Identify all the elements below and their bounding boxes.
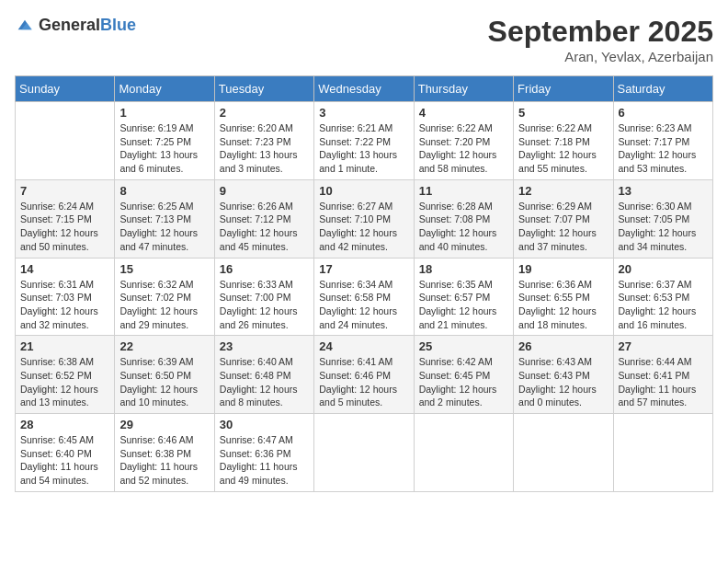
day-number: 24 — [319, 339, 408, 353]
day-number: 23 — [220, 339, 309, 353]
day-number: 7 — [20, 184, 109, 198]
calendar-week-row: 28Sunrise: 6:45 AM Sunset: 6:40 PM Dayli… — [16, 414, 713, 492]
day-number: 9 — [220, 184, 309, 198]
calendar-cell: 20Sunrise: 6:37 AM Sunset: 6:53 PM Dayli… — [613, 258, 712, 336]
location-title: Aran, Yevlax, Azerbaijan — [488, 49, 713, 64]
day-number: 19 — [518, 262, 608, 276]
calendar-header: SundayMondayTuesdayWednesdayThursdayFrid… — [16, 76, 713, 102]
calendar-cell: 12Sunrise: 6:29 AM Sunset: 7:07 PM Dayli… — [514, 179, 613, 258]
title-block: September 2025 Aran, Yevlax, Azerbaijan — [488, 15, 713, 64]
calendar-cell: 21Sunrise: 6:38 AM Sunset: 6:52 PM Dayli… — [16, 336, 115, 414]
cell-content: Sunrise: 6:28 AM Sunset: 7:08 PM Dayligh… — [419, 200, 508, 254]
day-number: 13 — [619, 184, 708, 198]
day-number: 18 — [419, 262, 508, 276]
calendar-cell: 2Sunrise: 6:20 AM Sunset: 7:23 PM Daylig… — [214, 102, 313, 180]
cell-content: Sunrise: 6:40 AM Sunset: 6:48 PM Dayligh… — [220, 355, 309, 409]
day-number: 5 — [518, 106, 608, 120]
day-number: 25 — [419, 339, 508, 353]
day-number: 27 — [619, 339, 708, 353]
calendar-cell: 4Sunrise: 6:22 AM Sunset: 7:20 PM Daylig… — [414, 102, 513, 180]
calendar-cell: 19Sunrise: 6:36 AM Sunset: 6:55 PM Dayli… — [514, 258, 613, 336]
logo-icon — [15, 15, 35, 35]
cell-content: Sunrise: 6:44 AM Sunset: 6:41 PM Dayligh… — [619, 355, 708, 409]
calendar-cell: 23Sunrise: 6:40 AM Sunset: 6:48 PM Dayli… — [214, 336, 313, 414]
day-number: 26 — [518, 339, 608, 353]
cell-content: Sunrise: 6:31 AM Sunset: 7:03 PM Dayligh… — [20, 278, 109, 332]
cell-content: Sunrise: 6:47 AM Sunset: 6:36 PM Dayligh… — [220, 433, 309, 488]
day-number: 2 — [220, 106, 309, 120]
cell-content: Sunrise: 6:37 AM Sunset: 6:53 PM Dayligh… — [619, 278, 708, 332]
month-title: September 2025 — [488, 15, 713, 49]
cell-content: Sunrise: 6:25 AM Sunset: 7:13 PM Dayligh… — [119, 200, 209, 254]
calendar-cell: 1Sunrise: 6:19 AM Sunset: 7:25 PM Daylig… — [115, 102, 214, 180]
cell-content: Sunrise: 6:22 AM Sunset: 7:20 PM Dayligh… — [419, 121, 508, 176]
day-number: 20 — [619, 262, 708, 276]
calendar-cell: 7Sunrise: 6:24 AM Sunset: 7:15 PM Daylig… — [16, 179, 115, 258]
cell-content: Sunrise: 6:43 AM Sunset: 6:43 PM Dayligh… — [518, 355, 608, 409]
cell-content: Sunrise: 6:26 AM Sunset: 7:12 PM Dayligh… — [220, 200, 309, 254]
logo-text: GeneralBlue — [39, 16, 136, 35]
weekday-header: Tuesday — [214, 76, 313, 102]
weekday-header: Monday — [115, 76, 214, 102]
calendar-body: 1Sunrise: 6:19 AM Sunset: 7:25 PM Daylig… — [16, 102, 713, 492]
calendar-cell: 11Sunrise: 6:28 AM Sunset: 7:08 PM Dayli… — [414, 179, 513, 258]
day-number: 17 — [319, 262, 408, 276]
calendar-cell: 29Sunrise: 6:46 AM Sunset: 6:38 PM Dayli… — [115, 414, 214, 492]
weekday-header: Friday — [514, 76, 613, 102]
calendar-cell — [314, 414, 414, 492]
weekday-row: SundayMondayTuesdayWednesdayThursdayFrid… — [16, 76, 713, 102]
cell-content: Sunrise: 6:32 AM Sunset: 7:02 PM Dayligh… — [119, 278, 209, 332]
day-number: 30 — [220, 418, 309, 431]
cell-content: Sunrise: 6:38 AM Sunset: 6:52 PM Dayligh… — [20, 355, 109, 409]
calendar-cell: 13Sunrise: 6:30 AM Sunset: 7:05 PM Dayli… — [613, 179, 712, 258]
calendar-cell: 27Sunrise: 6:44 AM Sunset: 6:41 PM Dayli… — [613, 336, 712, 414]
day-number: 6 — [619, 106, 708, 120]
day-number: 8 — [119, 184, 209, 198]
calendar-cell: 16Sunrise: 6:33 AM Sunset: 7:00 PM Dayli… — [214, 258, 313, 336]
cell-content: Sunrise: 6:39 AM Sunset: 6:50 PM Dayligh… — [119, 355, 209, 409]
calendar-week-row: 21Sunrise: 6:38 AM Sunset: 6:52 PM Dayli… — [16, 336, 713, 414]
cell-content: Sunrise: 6:29 AM Sunset: 7:07 PM Dayligh… — [518, 200, 608, 254]
cell-content: Sunrise: 6:19 AM Sunset: 7:25 PM Dayligh… — [119, 121, 209, 176]
day-number: 10 — [319, 184, 408, 198]
cell-content: Sunrise: 6:21 AM Sunset: 7:22 PM Dayligh… — [319, 121, 408, 176]
cell-content: Sunrise: 6:41 AM Sunset: 6:46 PM Dayligh… — [319, 355, 408, 409]
calendar-cell: 18Sunrise: 6:35 AM Sunset: 6:57 PM Dayli… — [414, 258, 513, 336]
calendar-cell: 26Sunrise: 6:43 AM Sunset: 6:43 PM Dayli… — [514, 336, 613, 414]
weekday-header: Wednesday — [314, 76, 414, 102]
calendar-cell: 25Sunrise: 6:42 AM Sunset: 6:45 PM Dayli… — [414, 336, 513, 414]
calendar-week-row: 14Sunrise: 6:31 AM Sunset: 7:03 PM Dayli… — [16, 258, 713, 336]
cell-content: Sunrise: 6:27 AM Sunset: 7:10 PM Dayligh… — [319, 200, 408, 254]
logo: GeneralBlue — [15, 15, 136, 35]
calendar-cell — [613, 414, 712, 492]
calendar-table: SundayMondayTuesdayWednesdayThursdayFrid… — [15, 75, 713, 492]
cell-content: Sunrise: 6:34 AM Sunset: 6:58 PM Dayligh… — [319, 278, 408, 332]
calendar-cell: 17Sunrise: 6:34 AM Sunset: 6:58 PM Dayli… — [314, 258, 414, 336]
calendar-cell: 14Sunrise: 6:31 AM Sunset: 7:03 PM Dayli… — [16, 258, 115, 336]
day-number: 22 — [119, 339, 209, 353]
weekday-header: Sunday — [16, 76, 115, 102]
calendar-cell: 30Sunrise: 6:47 AM Sunset: 6:36 PM Dayli… — [214, 414, 313, 492]
cell-content: Sunrise: 6:22 AM Sunset: 7:18 PM Dayligh… — [518, 121, 608, 176]
cell-content: Sunrise: 6:33 AM Sunset: 7:00 PM Dayligh… — [220, 278, 309, 332]
calendar-week-row: 7Sunrise: 6:24 AM Sunset: 7:15 PM Daylig… — [16, 179, 713, 258]
day-number: 28 — [20, 418, 109, 431]
calendar-cell: 8Sunrise: 6:25 AM Sunset: 7:13 PM Daylig… — [115, 179, 214, 258]
cell-content: Sunrise: 6:30 AM Sunset: 7:05 PM Dayligh… — [619, 200, 708, 254]
cell-content: Sunrise: 6:42 AM Sunset: 6:45 PM Dayligh… — [419, 355, 508, 409]
calendar-cell: 3Sunrise: 6:21 AM Sunset: 7:22 PM Daylig… — [314, 102, 414, 180]
calendar-cell: 5Sunrise: 6:22 AM Sunset: 7:18 PM Daylig… — [514, 102, 613, 180]
cell-content: Sunrise: 6:36 AM Sunset: 6:55 PM Dayligh… — [518, 278, 608, 332]
cell-content: Sunrise: 6:35 AM Sunset: 6:57 PM Dayligh… — [419, 278, 508, 332]
calendar-cell: 6Sunrise: 6:23 AM Sunset: 7:17 PM Daylig… — [613, 102, 712, 180]
day-number: 29 — [119, 418, 209, 431]
day-number: 16 — [220, 262, 309, 276]
day-number: 3 — [319, 106, 408, 120]
calendar-cell: 9Sunrise: 6:26 AM Sunset: 7:12 PM Daylig… — [214, 179, 313, 258]
day-number: 14 — [20, 262, 109, 276]
calendar-cell: 28Sunrise: 6:45 AM Sunset: 6:40 PM Dayli… — [16, 414, 115, 492]
calendar-cell: 10Sunrise: 6:27 AM Sunset: 7:10 PM Dayli… — [314, 179, 414, 258]
day-number: 15 — [119, 262, 209, 276]
cell-content: Sunrise: 6:20 AM Sunset: 7:23 PM Dayligh… — [220, 121, 309, 176]
weekday-header: Saturday — [613, 76, 712, 102]
